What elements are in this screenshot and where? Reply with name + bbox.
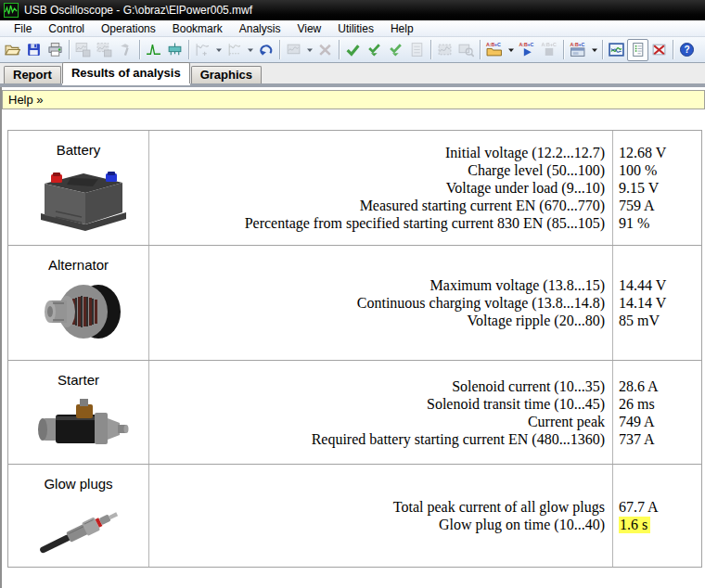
accept-save-button[interactable] xyxy=(364,39,385,61)
glow-plugs-image-cell: Glow plugs xyxy=(8,465,149,567)
save-fragment-icon xyxy=(96,42,112,58)
menu-utilities[interactable]: Utilities xyxy=(329,21,382,36)
view-report-button[interactable] xyxy=(627,39,648,61)
tab-results-of-analysis[interactable]: Results of analysis xyxy=(62,62,190,83)
script-panel-icon: A:B +C xyxy=(569,42,587,58)
accept-next-button[interactable] xyxy=(385,39,406,61)
save-button[interactable] xyxy=(23,39,45,61)
starter-image xyxy=(27,390,131,464)
param-label: Solenoid transit time (10...45) xyxy=(149,395,605,413)
frame-signal-button[interactable] xyxy=(434,39,455,61)
check-report-button[interactable] xyxy=(406,39,428,61)
window-signal-dropdown[interactable] xyxy=(304,39,314,61)
single-impulse-button[interactable] xyxy=(143,39,164,61)
toolbar-separator xyxy=(69,40,70,59)
value-label: 14.14 V xyxy=(619,294,701,312)
script-run-button[interactable]: A:B +C xyxy=(516,39,538,61)
svg-text:+C: +C xyxy=(528,42,534,47)
repair-tools-button[interactable] xyxy=(115,39,136,61)
tab-graphics[interactable]: Graphics xyxy=(191,66,262,83)
value-label: 28.6 A xyxy=(619,377,701,395)
value-label: 85 mV xyxy=(619,312,701,329)
value-label: 67.7 A xyxy=(619,498,701,516)
svg-text:+C: +C xyxy=(579,42,585,47)
toolbar-separator xyxy=(673,40,673,59)
alternator-label: Alternator xyxy=(48,257,109,273)
toolbar-separator xyxy=(139,40,140,59)
save-signal-button[interactable] xyxy=(72,39,94,61)
help-link[interactable]: Help » xyxy=(8,93,44,107)
script-stop-icon: A:B+C xyxy=(540,42,558,58)
starter-section: Starter Solenoid cur xyxy=(8,361,701,465)
compare-signal-button[interactable] xyxy=(224,39,245,61)
param-label: Glow plug on time (10...40) xyxy=(149,516,605,533)
param-label: Current peak xyxy=(149,413,605,430)
printer-icon xyxy=(47,42,63,58)
save-fragment-button[interactable] xyxy=(94,39,115,61)
view-close-button[interactable] xyxy=(648,39,670,61)
open-file-button[interactable] xyxy=(2,39,23,61)
param-label: Initial voltage (12.2...12.7) xyxy=(149,144,605,161)
param-label: Solenoid current (10...35) xyxy=(149,377,605,395)
view-graphics-button[interactable] xyxy=(606,39,627,61)
glow-plugs-label: Glow plugs xyxy=(44,476,112,492)
value-label: 737 A xyxy=(619,430,701,448)
param-label: Voltage ripple (20...80) xyxy=(149,312,605,329)
battery-section: Battery Initial volt xyxy=(8,131,701,246)
zoom-signal-button[interactable] xyxy=(455,39,477,61)
toolbar: A:B +C A:B +C A:B+C A:B +C xyxy=(0,37,705,63)
title-bar: USB Oscilloscope - G:\obraz\ElPower005.m… xyxy=(0,0,705,20)
menu-file[interactable]: File xyxy=(6,21,40,36)
svg-text:?: ? xyxy=(684,45,689,55)
menu-analysis[interactable]: Analysis xyxy=(231,21,289,36)
script-play-icon: A:B +C xyxy=(518,42,536,58)
window-signal-button[interactable] xyxy=(283,39,304,61)
glow-plugs-params: Total peak current of all glow plugs Glo… xyxy=(149,465,613,567)
starter-values: 28.6 A 26 ms 749 A 737 A xyxy=(613,361,701,464)
battery-image xyxy=(27,160,131,234)
window-title: USB Oscilloscope - G:\obraz\ElPower005.m… xyxy=(24,4,252,17)
alternator-section: Alternator xyxy=(8,246,701,361)
menu-operations[interactable]: Operations xyxy=(93,21,164,36)
print-button[interactable] xyxy=(45,39,66,61)
tab-report[interactable]: Report xyxy=(4,66,61,83)
overlay-signal-dropdown[interactable] xyxy=(213,39,224,61)
menu-help[interactable]: Help xyxy=(382,21,422,36)
value-label: 9.15 V xyxy=(619,179,701,197)
value-label: 91 % xyxy=(619,214,701,232)
delete-signal-button[interactable] xyxy=(314,39,336,61)
chevron-down-icon xyxy=(247,46,254,54)
script-panel-dropdown[interactable] xyxy=(589,39,599,61)
value-label: 14.44 V xyxy=(619,276,701,294)
alternator-params: Maximum voltage (13.8...15) Continuous c… xyxy=(149,246,613,360)
script-stop-button[interactable]: A:B+C xyxy=(538,39,560,61)
menu-bar: File Control Operations Bookmark Analysi… xyxy=(0,20,705,37)
help-button[interactable]: ? xyxy=(676,39,698,61)
script-panel-button[interactable]: A:B +C xyxy=(567,39,589,61)
menu-view[interactable]: View xyxy=(288,21,329,36)
glow-plug-image xyxy=(27,493,131,567)
param-label: Percentage from specified starting curre… xyxy=(149,214,605,232)
script-open-dropdown[interactable] xyxy=(506,39,516,61)
measure-tool-icon xyxy=(167,42,183,58)
menu-control[interactable]: Control xyxy=(40,21,93,36)
value-label: 100 % xyxy=(619,161,701,179)
accept-button[interactable] xyxy=(342,39,364,61)
overlay-signal-button[interactable] xyxy=(192,39,213,61)
glow-plugs-values: 67.7 A 1.6 s xyxy=(613,465,701,567)
param-label: Total peak current of all glow plugs xyxy=(149,498,605,516)
value-label: 12.68 V xyxy=(619,144,701,161)
alternator-image xyxy=(27,275,131,349)
param-label: Required battery starting current EN (48… xyxy=(149,430,605,448)
green-check-down-icon xyxy=(388,42,404,58)
measurements-button[interactable] xyxy=(164,39,186,61)
undo-button[interactable] xyxy=(255,39,276,61)
compare-signal-dropdown[interactable] xyxy=(245,39,255,61)
help-bar: Help » xyxy=(2,90,705,109)
battery-label: Battery xyxy=(57,142,101,158)
param-label: Voltage under load (9...10) xyxy=(149,179,605,197)
menu-bookmark[interactable]: Bookmark xyxy=(164,21,231,36)
script-open-button[interactable]: A:B +C xyxy=(483,39,506,61)
chevron-down-icon xyxy=(215,46,223,54)
starter-params: Solenoid current (10...35) Solenoid tran… xyxy=(149,361,613,464)
